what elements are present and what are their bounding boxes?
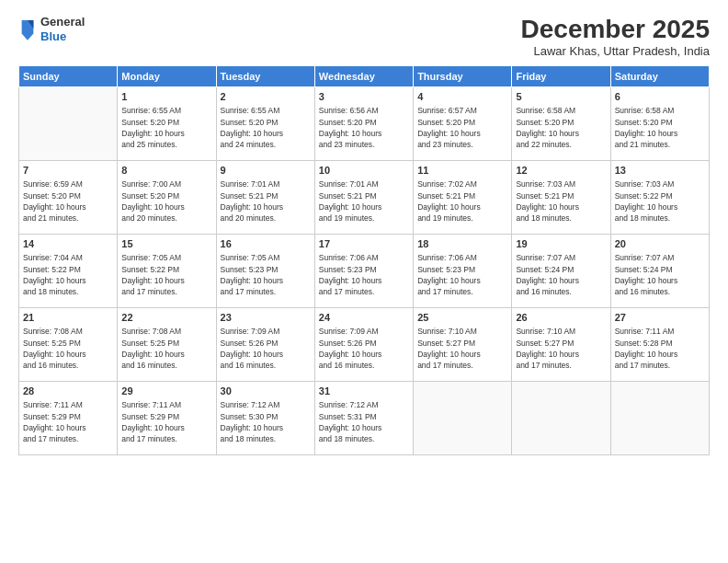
day-number: 11 — [417, 164, 507, 178]
day-info: Sunrise: 7:04 AMSunset: 5:22 PMDaylight:… — [23, 252, 113, 297]
day-number: 25 — [417, 311, 507, 325]
day-info: Sunrise: 7:06 AMSunset: 5:23 PMDaylight:… — [417, 252, 507, 297]
location: Lawar Khas, Uttar Pradesh, India — [521, 44, 710, 58]
day-number: 17 — [319, 237, 409, 251]
header-saturday: Saturday — [610, 66, 709, 87]
day-info: Sunrise: 7:12 AMSunset: 5:30 PMDaylight:… — [221, 399, 311, 444]
month-title: December 2025 — [521, 15, 710, 44]
calendar-week-0: 1Sunrise: 6:55 AMSunset: 5:20 PMDaylight… — [19, 87, 710, 161]
day-info: Sunrise: 7:08 AMSunset: 5:25 PMDaylight:… — [121, 326, 211, 371]
header-friday: Friday — [512, 66, 610, 87]
logo-icon — [18, 17, 37, 42]
calendar-week-1: 7Sunrise: 6:59 AMSunset: 5:20 PMDaylight… — [19, 161, 710, 235]
calendar-cell: 27Sunrise: 7:11 AMSunset: 5:28 PMDayligh… — [610, 308, 709, 382]
calendar-cell: 4Sunrise: 6:57 AMSunset: 5:20 PMDaylight… — [414, 87, 512, 161]
calendar-cell: 8Sunrise: 7:00 AMSunset: 5:20 PMDaylight… — [118, 161, 216, 235]
day-number: 16 — [221, 237, 311, 251]
day-number: 15 — [121, 237, 211, 251]
day-info: Sunrise: 7:03 AMSunset: 5:21 PMDaylight:… — [516, 178, 606, 224]
calendar-header: Sunday Monday Tuesday Wednesday Thursday… — [19, 66, 710, 87]
calendar-table: Sunday Monday Tuesday Wednesday Thursday… — [18, 65, 710, 455]
calendar-cell — [610, 382, 709, 455]
calendar-cell: 16Sunrise: 7:05 AMSunset: 5:23 PMDayligh… — [216, 235, 314, 308]
day-info: Sunrise: 7:11 AMSunset: 5:29 PMDaylight:… — [23, 399, 113, 444]
day-number: 24 — [319, 311, 409, 325]
day-info: Sunrise: 6:56 AMSunset: 5:20 PMDaylight:… — [319, 105, 409, 150]
day-info: Sunrise: 7:12 AMSunset: 5:31 PMDaylight:… — [319, 399, 409, 444]
day-number: 20 — [615, 237, 705, 251]
day-info: Sunrise: 7:09 AMSunset: 5:26 PMDaylight:… — [221, 326, 311, 371]
day-number: 4 — [417, 90, 507, 104]
day-info: Sunrise: 7:05 AMSunset: 5:23 PMDaylight:… — [221, 252, 311, 297]
calendar-cell: 22Sunrise: 7:08 AMSunset: 5:25 PMDayligh… — [118, 308, 216, 382]
calendar-cell: 12Sunrise: 7:03 AMSunset: 5:21 PMDayligh… — [512, 161, 610, 235]
day-info: Sunrise: 7:01 AMSunset: 5:21 PMDaylight:… — [319, 178, 409, 224]
calendar-cell: 25Sunrise: 7:10 AMSunset: 5:27 PMDayligh… — [414, 308, 512, 382]
day-number: 1 — [121, 90, 211, 104]
day-number: 28 — [23, 385, 113, 398]
day-info: Sunrise: 7:10 AMSunset: 5:27 PMDaylight:… — [516, 326, 606, 371]
header-tuesday: Tuesday — [216, 66, 314, 87]
day-info: Sunrise: 6:55 AMSunset: 5:20 PMDaylight:… — [121, 105, 211, 150]
day-number: 23 — [221, 311, 311, 325]
day-info: Sunrise: 7:07 AMSunset: 5:24 PMDaylight:… — [615, 252, 705, 297]
day-info: Sunrise: 6:55 AMSunset: 5:20 PMDaylight:… — [221, 105, 311, 150]
calendar-body: 1Sunrise: 6:55 AMSunset: 5:20 PMDaylight… — [19, 87, 710, 455]
calendar-week-4: 28Sunrise: 7:11 AMSunset: 5:29 PMDayligh… — [19, 382, 710, 455]
header-sunday: Sunday — [19, 66, 118, 87]
header-thursday: Thursday — [414, 66, 512, 87]
calendar-cell: 21Sunrise: 7:08 AMSunset: 5:25 PMDayligh… — [19, 308, 118, 382]
day-number: 22 — [121, 311, 211, 325]
calendar-cell: 26Sunrise: 7:10 AMSunset: 5:27 PMDayligh… — [512, 308, 610, 382]
day-number: 21 — [23, 311, 113, 325]
day-info: Sunrise: 7:11 AMSunset: 5:29 PMDaylight:… — [121, 399, 211, 444]
logo: General Blue — [18, 15, 85, 43]
day-info: Sunrise: 6:59 AMSunset: 5:20 PMDaylight:… — [23, 178, 113, 224]
day-number: 29 — [121, 385, 211, 398]
day-info: Sunrise: 6:57 AMSunset: 5:20 PMDaylight:… — [417, 105, 507, 150]
calendar-cell: 6Sunrise: 6:58 AMSunset: 5:20 PMDaylight… — [610, 87, 709, 161]
calendar-cell: 24Sunrise: 7:09 AMSunset: 5:26 PMDayligh… — [314, 308, 413, 382]
day-number: 7 — [23, 164, 113, 178]
calendar-cell: 14Sunrise: 7:04 AMSunset: 5:22 PMDayligh… — [19, 235, 118, 308]
day-info: Sunrise: 7:01 AMSunset: 5:21 PMDaylight:… — [221, 178, 311, 224]
calendar-cell: 17Sunrise: 7:06 AMSunset: 5:23 PMDayligh… — [314, 235, 413, 308]
day-number: 3 — [319, 90, 409, 104]
logo-text: General Blue — [40, 15, 85, 43]
calendar-week-2: 14Sunrise: 7:04 AMSunset: 5:22 PMDayligh… — [19, 235, 710, 308]
day-number: 27 — [615, 311, 705, 325]
page: General Blue December 2025 Lawar Khas, U… — [0, 0, 728, 563]
day-number: 26 — [516, 311, 606, 325]
day-number: 30 — [221, 385, 311, 398]
day-number: 14 — [23, 237, 113, 251]
calendar-week-3: 21Sunrise: 7:08 AMSunset: 5:25 PMDayligh… — [19, 308, 710, 382]
header: General Blue December 2025 Lawar Khas, U… — [18, 15, 710, 58]
logo-general: General — [40, 15, 85, 29]
day-info: Sunrise: 7:08 AMSunset: 5:25 PMDaylight:… — [23, 326, 113, 371]
day-number: 10 — [319, 164, 409, 178]
calendar-cell — [512, 382, 610, 455]
calendar-cell: 30Sunrise: 7:12 AMSunset: 5:30 PMDayligh… — [216, 382, 314, 455]
day-info: Sunrise: 7:06 AMSunset: 5:23 PMDaylight:… — [319, 252, 409, 297]
day-number: 6 — [615, 90, 705, 104]
day-number: 8 — [121, 164, 211, 178]
calendar-cell — [414, 382, 512, 455]
calendar-cell: 13Sunrise: 7:03 AMSunset: 5:22 PMDayligh… — [610, 161, 709, 235]
calendar-cell: 10Sunrise: 7:01 AMSunset: 5:21 PMDayligh… — [314, 161, 413, 235]
weekday-row: Sunday Monday Tuesday Wednesday Thursday… — [19, 66, 710, 87]
calendar-cell: 2Sunrise: 6:55 AMSunset: 5:20 PMDaylight… — [216, 87, 314, 161]
calendar-cell: 1Sunrise: 6:55 AMSunset: 5:20 PMDaylight… — [118, 87, 216, 161]
day-number: 19 — [516, 237, 606, 251]
day-info: Sunrise: 6:58 AMSunset: 5:20 PMDaylight:… — [516, 105, 606, 150]
header-wednesday: Wednesday — [314, 66, 413, 87]
calendar-cell: 31Sunrise: 7:12 AMSunset: 5:31 PMDayligh… — [314, 382, 413, 455]
day-info: Sunrise: 6:58 AMSunset: 5:20 PMDaylight:… — [615, 105, 705, 150]
calendar-cell: 3Sunrise: 6:56 AMSunset: 5:20 PMDaylight… — [314, 87, 413, 161]
calendar-cell: 15Sunrise: 7:05 AMSunset: 5:22 PMDayligh… — [118, 235, 216, 308]
calendar-cell: 9Sunrise: 7:01 AMSunset: 5:21 PMDaylight… — [216, 161, 314, 235]
header-monday: Monday — [118, 66, 216, 87]
calendar-cell: 11Sunrise: 7:02 AMSunset: 5:21 PMDayligh… — [414, 161, 512, 235]
calendar-cell: 18Sunrise: 7:06 AMSunset: 5:23 PMDayligh… — [414, 235, 512, 308]
day-info: Sunrise: 7:07 AMSunset: 5:24 PMDaylight:… — [516, 252, 606, 297]
calendar-cell: 23Sunrise: 7:09 AMSunset: 5:26 PMDayligh… — [216, 308, 314, 382]
